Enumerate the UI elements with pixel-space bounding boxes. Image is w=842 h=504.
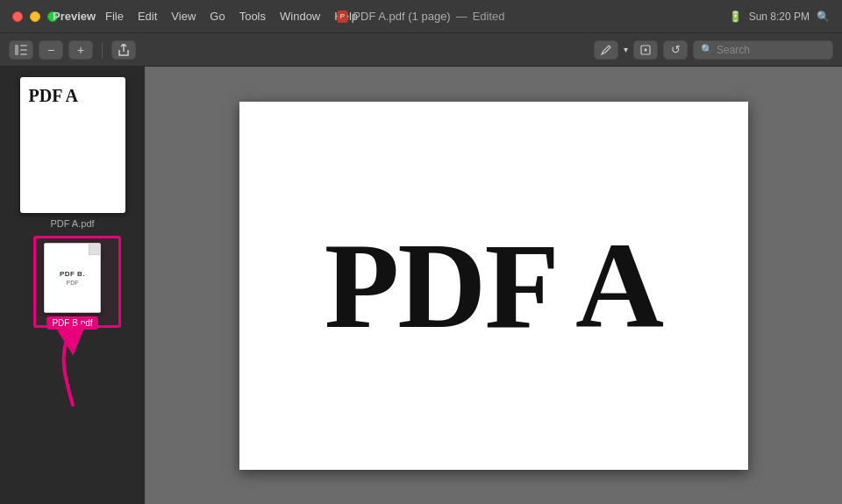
pen-tool-button[interactable] — [594, 40, 618, 60]
sidebar: PDF A PDF A.pdf PDF B. PDF PDF B.pdf — [0, 67, 145, 504]
system-icons-area: 🔋 Sun 8:20 PM 🔍 — [729, 11, 842, 23]
svg-rect-1 — [20, 45, 27, 46]
toolbar-right: ▾ ↺ 🔍 Search — [594, 40, 833, 60]
search-icon[interactable]: 🔍 — [817, 11, 830, 23]
thumbnail-drag-icon-b: PDF B. PDF — [44, 243, 101, 313]
search-icon-small: 🔍 — [701, 44, 713, 55]
window-title-area: P PDF A.pdf (1 page) — Edited — [337, 10, 504, 23]
menu-tools[interactable]: Tools — [239, 10, 266, 23]
thumbnail-a-filename: PDF A.pdf — [50, 218, 94, 229]
rotate-icon: ↺ — [671, 43, 681, 56]
search-box[interactable]: 🔍 Search — [693, 40, 833, 60]
menu-go[interactable]: Go — [210, 10, 225, 23]
drag-icon-mini-label: PDF B. — [60, 270, 85, 278]
menu-window[interactable]: Window — [280, 10, 320, 23]
sidebar-toggle-button[interactable] — [9, 40, 33, 60]
toolbar-separator-1 — [102, 42, 103, 58]
thumbnail-card-a: PDF A — [20, 77, 125, 213]
edited-separator: — — [456, 10, 467, 23]
pdf-file-icon: P — [337, 11, 347, 23]
pdf-main-content: PDF A — [325, 215, 662, 356]
pdf-page: PDF A — [239, 102, 748, 470]
chevron-down-icon: ▾ — [624, 45, 628, 54]
search-placeholder-text: Search — [717, 44, 750, 56]
content-area: PDF A — [145, 67, 842, 504]
drag-icon-sub-label: PDF — [67, 280, 79, 286]
window-title: PDF A.pdf (1 page) — [353, 10, 450, 23]
thumbnail-item-b[interactable]: PDF B. PDF PDF B.pdf — [44, 243, 101, 330]
zoom-out-icon: − — [47, 43, 54, 57]
menu-edit[interactable]: Edit — [138, 10, 157, 23]
pen-dropdown[interactable]: ▾ — [624, 45, 628, 54]
pen-icon — [600, 44, 612, 56]
svg-rect-2 — [20, 49, 27, 51]
zoom-out-button[interactable]: − — [39, 40, 63, 60]
minimize-button[interactable] — [30, 11, 40, 22]
markup-icon — [639, 44, 652, 56]
svg-rect-3 — [20, 53, 27, 55]
zoom-in-icon: + — [77, 43, 84, 57]
sidebar-toggle-icon — [15, 45, 27, 55]
battery-icon: 🔋 — [729, 11, 742, 23]
main-layout: PDF A PDF A.pdf PDF B. PDF PDF B.pdf — [0, 67, 842, 504]
close-button[interactable] — [12, 11, 23, 22]
markup-button[interactable] — [633, 40, 658, 60]
zoom-in-button[interactable]: + — [68, 40, 93, 60]
share-icon — [118, 44, 129, 56]
rotate-button[interactable]: ↺ — [663, 40, 688, 60]
app-name: Preview — [53, 10, 96, 23]
title-bar: Preview File Edit View Go Tools Window H… — [0, 0, 842, 33]
menu-bar: File Edit View Go Tools Window Help — [105, 10, 358, 23]
traffic-lights — [0, 11, 58, 22]
time-display: Sun 8:20 PM — [749, 11, 810, 23]
drag-arrow — [46, 322, 99, 413]
svg-rect-0 — [15, 45, 18, 55]
menu-view[interactable]: View — [171, 10, 196, 23]
edited-label: Edited — [473, 10, 505, 23]
thumbnail-a-label: PDF A — [29, 86, 78, 106]
share-button[interactable] — [111, 40, 136, 60]
thumbnail-item-a[interactable]: PDF A PDF A.pdf — [20, 77, 125, 229]
toolbar: − + ▾ ↺ 🔍 Search — [0, 33, 842, 67]
menu-file[interactable]: File — [105, 10, 124, 23]
arrow-icon — [46, 322, 99, 409]
